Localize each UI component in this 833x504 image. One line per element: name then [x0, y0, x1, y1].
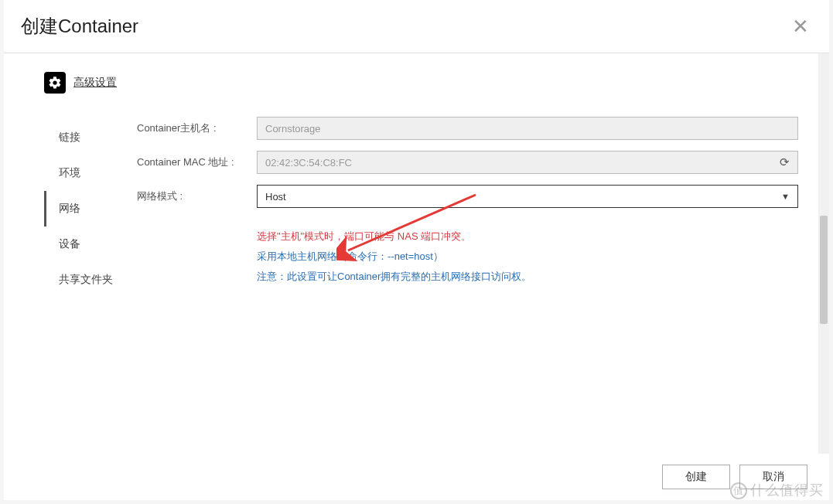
content-area: 高级设置 链接 环境 网络 设备 共享文件夹 Container主机名 : Co… — [4, 53, 829, 454]
main-area: 链接 环境 网络 设备 共享文件夹 Container主机名 : Cornsto… — [44, 115, 798, 298]
hostname-row: Container主机名 : Cornstorage — [137, 117, 798, 140]
mac-value: 02:42:3C:54:C8:FC — [265, 157, 352, 169]
refresh-mac-icon[interactable]: ⟳ — [780, 155, 790, 169]
hostname-label: Container主机名 : — [137, 121, 257, 135]
mac-label: Container MAC 地址 : — [137, 155, 257, 169]
tab-shared-folder[interactable]: 共享文件夹 — [44, 262, 137, 298]
create-button[interactable]: 创建 — [662, 465, 730, 489]
network-mode-value: Host — [265, 191, 286, 203]
tab-network[interactable]: 网络 — [44, 191, 137, 226]
close-icon[interactable]: ✕ — [789, 16, 812, 36]
scrollbar[interactable] — [818, 53, 829, 454]
tab-device[interactable]: 设备 — [44, 226, 137, 262]
tab-environment[interactable]: 环境 — [44, 155, 137, 191]
dialog-title: 创建Container — [21, 14, 138, 39]
chevron-down-icon: ▼ — [781, 192, 790, 201]
network-mode-select[interactable]: Host ▼ — [257, 185, 798, 208]
hostname-value: Cornstorage — [265, 123, 321, 135]
tab-link[interactable]: 链接 — [44, 120, 137, 155]
advanced-settings-row[interactable]: 高级设置 — [44, 72, 798, 94]
dialog-header: 创建Container ✕ — [4, 0, 829, 53]
create-container-dialog: 创建Container ✕ 高级设置 链接 环境 网络 设备 共享文件夹 — [4, 0, 829, 500]
network-mode-row: 网络模式 : Host ▼ — [137, 185, 798, 208]
network-mode-label: 网络模式 : — [137, 189, 257, 203]
mac-row: Container MAC 地址 : 02:42:3C:54:C8:FC ⟳ — [137, 151, 798, 174]
network-form: Container主机名 : Cornstorage Container MAC… — [137, 115, 798, 298]
advanced-settings-link[interactable]: 高级设置 — [73, 76, 117, 90]
dialog-footer: 创建 取消 — [4, 454, 829, 500]
cancel-button[interactable]: 取消 — [739, 465, 807, 489]
dialog-body: 高级设置 链接 环境 网络 设备 共享文件夹 Container主机名 : Co… — [4, 53, 829, 454]
hostname-input[interactable]: Cornstorage — [257, 117, 798, 140]
note-warning: 选择"主机"模式时，端口可能与 NAS 端口冲突。 — [257, 226, 798, 247]
note-info-1: 采用本地主机网络（命令行：--net=host） — [257, 247, 798, 267]
note-info-2: 注意：此设置可让Container拥有完整的主机网络接口访问权。 — [257, 267, 798, 287]
gear-icon — [44, 72, 66, 94]
settings-tabs: 链接 环境 网络 设备 共享文件夹 — [44, 115, 137, 298]
mac-input[interactable]: 02:42:3C:54:C8:FC ⟳ — [257, 151, 798, 174]
network-notes: 选择"主机"模式时，端口可能与 NAS 端口冲突。 采用本地主机网络（命令行：-… — [257, 226, 798, 287]
scroll-thumb[interactable] — [820, 216, 828, 324]
